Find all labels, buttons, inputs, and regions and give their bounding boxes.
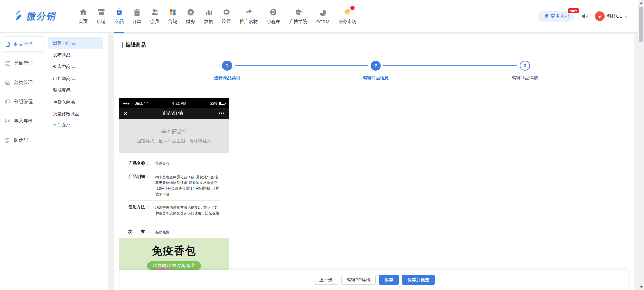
nav-item-scrm[interactable]: SCRM	[312, 0, 334, 33]
nav-item-label: 数据	[204, 19, 213, 25]
sb-list-icon	[5, 80, 11, 86]
account-menu[interactable]: ♥ 科技CE	[595, 11, 628, 21]
nav-item-miniprogram[interactable]: 小程序	[262, 0, 285, 33]
submenu-item-sold-out[interactable]: 已售罄商品	[48, 72, 103, 84]
nav-item-data[interactable]: 数据	[199, 0, 217, 33]
announcement-speaker-icon[interactable]	[581, 12, 588, 20]
phone-preview: ●●●○○ BELL 4:21 PM 22% × 商品详情 •••	[119, 98, 229, 270]
step-circle-1: 1	[222, 61, 232, 71]
more-features-button[interactable]: 更多功能 NEW	[538, 11, 574, 22]
nav-item-label: 财务	[186, 19, 195, 25]
more-menu-icon[interactable]: •••	[219, 111, 224, 116]
product-field-row: 使用方法：纳米香囊的使用方法见视频1，甘草干姜和藿香陈皮搭配香芬仪的使用方法见视…	[128, 201, 220, 225]
submenu-item-stock-warehouse[interactable]: 启货仓商品	[48, 96, 103, 108]
step-connector-line	[235, 65, 368, 66]
more-features-label: 更多功能	[551, 13, 569, 19]
sb-product-icon	[5, 41, 11, 47]
phone-page-title: 商品详情	[128, 110, 219, 116]
banner-tag: 伴疫时代的时尚新宠	[147, 261, 201, 270]
academy-icon	[294, 8, 303, 17]
top-right-cluster: 更多功能 NEW ♥ 科技CE	[538, 11, 628, 22]
battery-icon	[219, 102, 225, 105]
nav-item-marketing[interactable]: 营销	[164, 0, 182, 33]
nav-item-home[interactable]: 首页	[74, 0, 92, 33]
nav-item-product[interactable]: 商品	[110, 0, 128, 33]
pie-icon	[318, 8, 327, 17]
sidebar-item-label: 分类管理	[14, 80, 33, 86]
nav-item-shop[interactable]: 店铺	[92, 0, 110, 33]
avatar: ♥	[595, 11, 605, 21]
sidebar-item-import-export[interactable]: 导入导出	[0, 111, 44, 130]
phone-time: 4:21 PM	[148, 101, 210, 105]
nav-item-label: 店铺	[97, 19, 106, 25]
sidebar-item-class-mgmt[interactable]: 分类管理	[0, 73, 44, 92]
nav-item-service-market[interactable]: H服务市场	[334, 0, 361, 33]
sidebar-item-label: 分组管理	[14, 99, 33, 105]
field-value: 纳米香囊超声雾化器*1台+雾化液*2盒+甘草干姜植物饮品*1罐+藿香陈皮植物饮品…	[155, 174, 220, 197]
nav-item-label: 首页	[79, 19, 88, 25]
banner-title: 免疫香包	[119, 238, 229, 258]
phone-status-bar: ●●●○○ BELL 4:21 PM 22%	[119, 98, 229, 108]
nav-item-member[interactable]: 会员	[146, 0, 164, 33]
field-label: 产品名称：	[128, 161, 155, 167]
sidebar-item-label: 防伪码	[14, 137, 28, 143]
scroll-up-arrow[interactable]	[638, 0, 644, 6]
nav-item-label: 商品	[114, 19, 124, 25]
scrollbar-thumb[interactable]	[639, 7, 643, 42]
nav-item-academy[interactable]: 启博学院	[285, 0, 312, 33]
sidebar-item-product-mgmt[interactable]: 商品管理	[0, 34, 44, 54]
close-icon[interactable]: ×	[124, 110, 128, 117]
submenu-item-warning[interactable]: 警戒商品	[48, 84, 103, 96]
nav-item-settings[interactable]: 设置	[217, 0, 235, 33]
edit-pc-detail-button[interactable]: 编辑PC详情	[341, 275, 376, 285]
sidebar-item-category-mgmt[interactable]: 类目管理	[0, 54, 44, 73]
brand-logo[interactable]: 微分销	[14, 10, 68, 23]
left-sidebar: 商品管理类目管理分类管理分组管理导入导出防伪码	[0, 33, 44, 290]
sb-arrows-icon	[5, 118, 11, 124]
prev-step-button[interactable]: 上一步	[314, 275, 338, 285]
rocket-icon	[543, 13, 548, 19]
shop-icon	[97, 8, 106, 17]
nav-item-label: 小程序	[267, 19, 280, 25]
carrier-label: BELL	[135, 101, 143, 105]
nav-item-label: 服务市场	[338, 19, 356, 25]
scroll-down-arrow[interactable]	[638, 284, 644, 290]
vertical-scrollbar[interactable]	[638, 0, 644, 290]
step-label-2: 编辑商品信息	[345, 75, 406, 81]
save-button[interactable]: 保存	[379, 275, 399, 285]
sidebar-item-group-mgmt[interactable]: 分组管理	[0, 92, 44, 111]
sidebar-item-label: 类目管理	[14, 60, 33, 66]
app-root: 微分销 首页店铺商品订单会员营销¥财务数据设置推广素材小程序启博学院SCRMH服…	[0, 0, 644, 290]
order-icon	[133, 8, 141, 17]
submenu-item-all-products[interactable]: 全部商品	[48, 120, 103, 132]
submenu-item-batch-edit[interactable]: 批量修改商品	[48, 108, 103, 120]
submenu-item-publish[interactable]: 发布商品	[48, 49, 103, 61]
nav-item-order[interactable]: 订单	[128, 0, 146, 33]
product-field-row: 产品名称：免疫香包	[128, 157, 220, 170]
nav-item-promo-material[interactable]: 推广素材	[235, 0, 262, 33]
nav-item-finance[interactable]: ¥财务	[182, 0, 199, 33]
step-label-1: 选择商品类目	[197, 75, 258, 81]
save-preview-button[interactable]: 保存并预览	[402, 275, 435, 285]
step-circle-3: 3	[520, 61, 530, 71]
share-icon	[244, 8, 253, 17]
sidebar-item-anti-fake-code[interactable]: 防伪码	[0, 130, 44, 150]
nav-item-label: 会员	[150, 19, 159, 25]
step-label-3: 编辑商品详情	[494, 75, 555, 81]
sb-grid-icon	[5, 60, 11, 66]
field-label: 产品明细：	[128, 174, 155, 197]
sb-qr-icon	[5, 137, 11, 143]
bag-icon	[115, 8, 124, 17]
gear-icon	[222, 8, 231, 17]
submenu-item-in-warehouse[interactable]: 仓库中商品	[48, 61, 103, 72]
product-banner: 免疫香包 伴疫时代的时尚新宠	[119, 238, 229, 270]
new-badge: NEW	[568, 8, 579, 13]
step-circle-2: 2	[371, 61, 381, 71]
top-nav-items: 首页店铺商品订单会员营销¥财务数据设置推广素材小程序启博学院SCRMH服务市场	[74, 0, 361, 33]
account-name: 科技CE	[607, 13, 622, 19]
submenu-item-on-sale[interactable]: 出售中商品	[48, 37, 103, 49]
edit-product-stepper: 1选择商品类目2编辑商品信息3编辑商品详情	[114, 34, 634, 84]
field-value: 免疫香包	[155, 161, 220, 167]
chevron-down-icon	[625, 13, 629, 18]
sb-layers-icon	[5, 99, 11, 105]
